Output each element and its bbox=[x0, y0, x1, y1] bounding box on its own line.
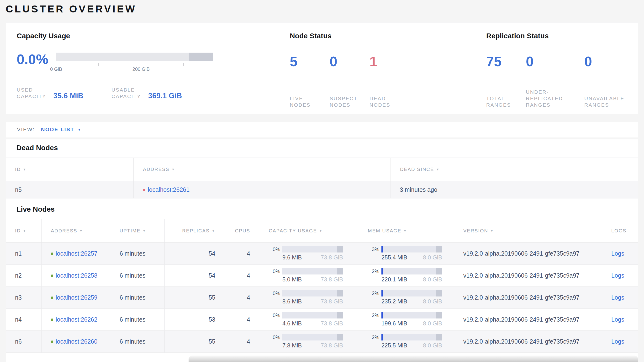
live-status-dot-icon bbox=[51, 296, 53, 299]
mem-usage-percent: 2% bbox=[368, 268, 379, 274]
chevron-down-icon: ▼ bbox=[78, 128, 82, 131]
view-mode-selected-value: NODE LIST bbox=[41, 126, 74, 133]
mem-usage-cell: 3%255.4 MiB8.0 GiB bbox=[357, 243, 454, 265]
col-header-label: CAPACITY USAGE bbox=[269, 228, 317, 234]
mem-usage-used-segment bbox=[382, 312, 383, 318]
axis-label-0gib: 0 GiB bbox=[50, 67, 62, 72]
uptime-cell: 6 minutes bbox=[112, 331, 164, 353]
col-header-label: REPLICAS bbox=[182, 228, 210, 234]
node-address-link[interactable]: localhost:26258 bbox=[56, 272, 98, 279]
mem-used-value: 199.6 MiB bbox=[382, 320, 407, 327]
col-header-label: ID bbox=[15, 167, 21, 172]
node-id-cell: n4 bbox=[6, 309, 41, 331]
dead-nodes-label: DEADNODES bbox=[370, 95, 390, 108]
under-replicated-ranges-label: UNDER-REPLICATEDRANGES bbox=[526, 89, 584, 108]
capacity-usage-track bbox=[282, 290, 343, 296]
page-title: CLUSTER OVERVIEW bbox=[6, 3, 638, 15]
view-mode-dropdown[interactable]: NODE LIST ▼ bbox=[41, 126, 82, 133]
capacity-axis-ticks bbox=[56, 63, 213, 66]
mem-total-value: 8.0 GiB bbox=[423, 320, 442, 327]
mem-usage-cell: 2%225.5 MiB8.0 GiB bbox=[357, 331, 454, 353]
mem-total-value: 8.0 GiB bbox=[423, 276, 442, 283]
bottom-scroll-shadow bbox=[188, 355, 638, 362]
suspect-nodes-count: 0 bbox=[330, 54, 370, 69]
live-status-dot-icon bbox=[51, 340, 53, 343]
sort-desc-icon: ▼ bbox=[436, 168, 440, 171]
node-address-link[interactable]: localhost:26262 bbox=[56, 316, 98, 323]
uptime-cell: 6 minutes bbox=[112, 309, 164, 331]
capacity-used-value: 4.6 MiB bbox=[282, 320, 302, 327]
mem-usage-track bbox=[382, 268, 442, 274]
live-nodes-label: LIVENODES bbox=[290, 95, 330, 108]
capacity-usage-percent: 0% bbox=[269, 334, 280, 340]
live-status-dot-icon bbox=[51, 318, 53, 321]
mem-usage-used-segment bbox=[382, 246, 383, 253]
mem-used-value: 225.5 MiB bbox=[382, 342, 407, 349]
col-header-replicas[interactable]: REPLICAS▼ bbox=[164, 219, 224, 243]
node-address-link[interactable]: localhost:26261 bbox=[148, 186, 190, 193]
capacity-bar-chart: 0 GiB 200 GiB bbox=[56, 53, 213, 73]
col-header-dead-since[interactable]: DEAD SINCE▼ bbox=[390, 158, 638, 181]
used-capacity-label: USEDCAPACITY bbox=[17, 87, 46, 99]
usable-capacity-value: 369.1 GiB bbox=[148, 92, 182, 100]
col-header-label: UPTIME bbox=[120, 228, 140, 234]
sort-desc-icon: ▼ bbox=[404, 229, 407, 233]
replicas-cell: 53 bbox=[164, 309, 224, 331]
uptime-cell: 6 minutes bbox=[112, 287, 164, 309]
cpus-cell: 4 bbox=[224, 331, 258, 353]
logs-link[interactable]: Logs bbox=[611, 338, 624, 345]
version-cell: v19.2.0-alpha.20190606-2491-gfe735c9a97 bbox=[454, 331, 602, 353]
version-cell: v19.2.0-alpha.20190606-2491-gfe735c9a97 bbox=[454, 243, 602, 265]
dead-nodes-table: ID▼ADDRESS▼DEAD SINCE▼n5localhost:262613… bbox=[6, 157, 638, 199]
mem-usage-reserved-segment bbox=[436, 312, 442, 318]
col-header-address[interactable]: ADDRESS▼ bbox=[41, 219, 112, 243]
col-header-label: DEAD SINCE bbox=[400, 167, 434, 172]
mem-usage-cell: 2%199.6 MiB8.0 GiB bbox=[357, 309, 454, 331]
logs-link[interactable]: Logs bbox=[611, 250, 624, 257]
col-header-version[interactable]: VERSION▼ bbox=[454, 219, 602, 243]
capacity-axis-labels: 0 GiB 200 GiB bbox=[56, 67, 213, 73]
capacity-bar-reserved-segment bbox=[189, 53, 213, 61]
capacity-total-value: 73.8 GiB bbox=[321, 276, 343, 283]
col-header-label: LOGS bbox=[611, 228, 626, 234]
total-ranges-count: 75 bbox=[486, 54, 526, 69]
suspect-nodes-label: SUSPECTNODES bbox=[330, 95, 370, 108]
col-header-uptime[interactable]: UPTIME▼ bbox=[112, 219, 164, 243]
mem-usage-track bbox=[382, 334, 442, 340]
logs-link[interactable]: Logs bbox=[611, 294, 624, 301]
node-id-cell: n6 bbox=[6, 331, 41, 353]
mem-usage-percent: 2% bbox=[368, 334, 379, 340]
capacity-usage-cell: 0%4.6 MiB73.8 GiB bbox=[258, 309, 357, 331]
node-address-link[interactable]: localhost:26260 bbox=[56, 338, 98, 345]
unavailable-ranges-stat: 0 UNAVAILABLERANGES bbox=[584, 54, 624, 108]
mem-usage-used-segment bbox=[382, 290, 383, 296]
logs-link[interactable]: Logs bbox=[611, 272, 624, 279]
capacity-total-value: 73.8 GiB bbox=[321, 254, 343, 261]
capacity-bar-track bbox=[56, 53, 213, 61]
dead-since-cell: 3 minutes ago bbox=[390, 181, 638, 199]
capacity-usage-percent: 0% bbox=[269, 290, 280, 296]
capacity-usage-bar: 0%4.6 MiB73.8 GiB bbox=[269, 312, 343, 327]
node-address-link[interactable]: localhost:26257 bbox=[56, 250, 98, 257]
cluster-summary-card: Capacity Usage 0.0% 0 GiB 200 Gi bbox=[6, 22, 638, 114]
col-header-capacity-usage[interactable]: CAPACITY USAGE▼ bbox=[258, 219, 357, 243]
capacity-usage-track bbox=[282, 312, 343, 318]
node-address-link[interactable]: localhost:26259 bbox=[56, 294, 98, 301]
logs-link[interactable]: Logs bbox=[611, 316, 624, 323]
under-replicated-ranges-stat: 0 UNDER-REPLICATEDRANGES bbox=[526, 54, 584, 108]
capacity-usage-reserved-segment bbox=[337, 312, 343, 318]
col-header-id[interactable]: ID▼ bbox=[6, 158, 134, 181]
col-header-id[interactable]: ID▼ bbox=[6, 219, 41, 243]
unavailable-ranges-label: UNAVAILABLERANGES bbox=[584, 95, 624, 108]
capacity-usage-bar: 0%7.8 MiB73.8 GiB bbox=[269, 334, 343, 349]
cpus-cell: 4 bbox=[224, 287, 258, 309]
sort-desc-icon: ▼ bbox=[80, 229, 83, 233]
col-header-address[interactable]: ADDRESS▼ bbox=[134, 158, 390, 181]
sort-desc-icon: ▼ bbox=[490, 229, 494, 233]
total-ranges-stat: 75 TOTALRANGES bbox=[486, 54, 526, 108]
capacity-usage-percent: 0% bbox=[269, 246, 280, 253]
col-header-mem-usage[interactable]: MEM USAGE▼ bbox=[357, 219, 454, 243]
axis-label-200gib: 200 GiB bbox=[132, 67, 150, 72]
capacity-used-value: 5.0 MiB bbox=[282, 276, 302, 283]
capacity-total-value: 73.8 GiB bbox=[321, 298, 343, 305]
